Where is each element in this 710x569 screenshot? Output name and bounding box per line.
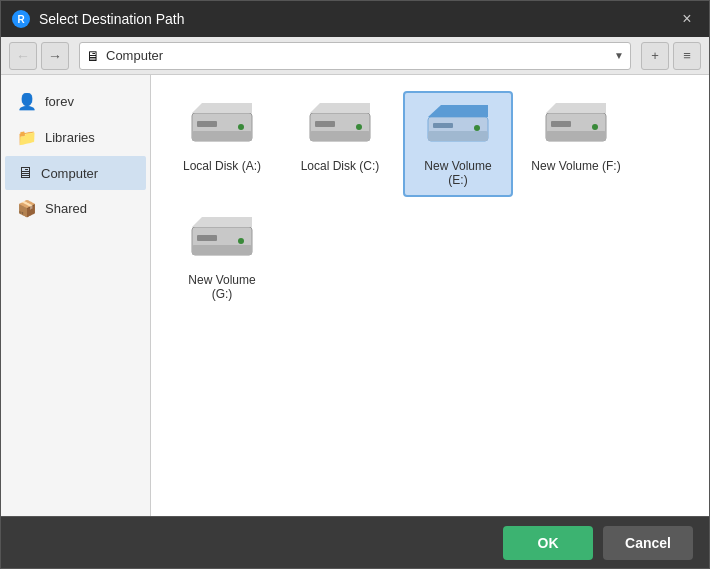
address-dropdown-icon[interactable]: ▼ <box>614 50 624 61</box>
file-item-new-volume-f[interactable]: New Volume (F:) <box>521 91 631 197</box>
sidebar-item-computer-label: Computer <box>41 166 98 181</box>
svg-point-20 <box>592 124 598 130</box>
svg-rect-8 <box>310 131 370 141</box>
ok-button[interactable]: OK <box>503 526 593 560</box>
file-label-local-a: Local Disk (A:) <box>183 159 261 173</box>
drive-icon-e <box>422 101 494 153</box>
sidebar-item-libraries[interactable]: 📁 Libraries <box>5 120 146 155</box>
dialog-title: Select Destination Path <box>39 11 675 27</box>
svg-rect-3 <box>192 131 252 141</box>
sidebar-item-shared[interactable]: 📦 Shared <box>5 191 146 226</box>
forward-button[interactable]: → <box>41 42 69 70</box>
file-item-new-volume-g[interactable]: New Volume (G:) <box>167 205 277 311</box>
address-bar: 🖥 Computer ▼ <box>79 42 631 70</box>
file-item-new-volume-e[interactable]: New Volume (E:) <box>403 91 513 197</box>
cancel-button[interactable]: Cancel <box>603 526 693 560</box>
sidebar-item-shared-label: Shared <box>45 201 87 216</box>
close-button[interactable]: × <box>675 7 699 31</box>
svg-marker-26 <box>192 217 252 227</box>
svg-marker-11 <box>310 103 370 113</box>
computer-icon: 🖥 <box>17 164 33 182</box>
libraries-icon: 📁 <box>17 128 37 147</box>
title-bar: R Select Destination Path × <box>1 1 709 37</box>
file-label-new-volume-f: New Volume (F:) <box>531 159 620 173</box>
dialog: R Select Destination Path × ← → 🖥 Comput… <box>0 0 710 569</box>
address-text: Computer <box>106 48 614 63</box>
svg-rect-23 <box>192 245 252 255</box>
sidebar-item-forev-label: forev <box>45 94 74 109</box>
svg-marker-6 <box>192 103 252 113</box>
file-item-local-a[interactable]: Local Disk (A:) <box>167 91 277 197</box>
toolbar-actions: + ≡ <box>641 42 701 70</box>
file-label-local-c: Local Disk (C:) <box>301 159 380 173</box>
svg-rect-14 <box>433 123 453 128</box>
drive-icon-f <box>540 101 612 153</box>
svg-rect-18 <box>546 131 606 141</box>
main-content: 👤 forev 📁 Libraries 🖥 Computer 📦 Shared <box>1 75 709 516</box>
svg-point-25 <box>238 238 244 244</box>
svg-point-15 <box>474 125 480 131</box>
svg-rect-19 <box>551 121 571 127</box>
toolbar: ← → 🖥 Computer ▼ + ≡ <box>1 37 709 75</box>
sidebar-item-computer[interactable]: 🖥 Computer <box>5 156 146 190</box>
file-item-local-c[interactable]: Local Disk (C:) <box>285 91 395 197</box>
svg-point-5 <box>238 124 244 130</box>
back-button[interactable]: ← <box>9 42 37 70</box>
drive-icon-g <box>186 215 258 267</box>
svg-rect-24 <box>197 235 217 241</box>
svg-rect-9 <box>315 121 335 127</box>
address-icon: 🖥 <box>86 48 100 64</box>
drive-icon-c <box>304 101 376 153</box>
svg-text:R: R <box>17 14 25 25</box>
shared-icon: 📦 <box>17 199 37 218</box>
sidebar: 👤 forev 📁 Libraries 🖥 Computer 📦 Shared <box>1 75 151 516</box>
svg-point-10 <box>356 124 362 130</box>
sidebar-item-libraries-label: Libraries <box>45 130 95 145</box>
svg-rect-13 <box>428 131 488 141</box>
drive-icon-a <box>186 101 258 153</box>
svg-rect-4 <box>197 121 217 127</box>
svg-marker-16 <box>428 105 488 117</box>
svg-marker-21 <box>546 103 606 113</box>
sidebar-item-forev[interactable]: 👤 forev <box>5 84 146 119</box>
file-label-new-volume-g: New Volume (G:) <box>177 273 267 301</box>
file-area: Local Disk (A:) Local Disk (C:) <box>151 75 709 516</box>
footer: OK Cancel <box>1 516 709 568</box>
app-icon: R <box>11 9 31 29</box>
user-icon: 👤 <box>17 92 37 111</box>
new-folder-button[interactable]: + <box>641 42 669 70</box>
view-toggle-button[interactable]: ≡ <box>673 42 701 70</box>
file-label-new-volume-e: New Volume (E:) <box>413 159 503 187</box>
